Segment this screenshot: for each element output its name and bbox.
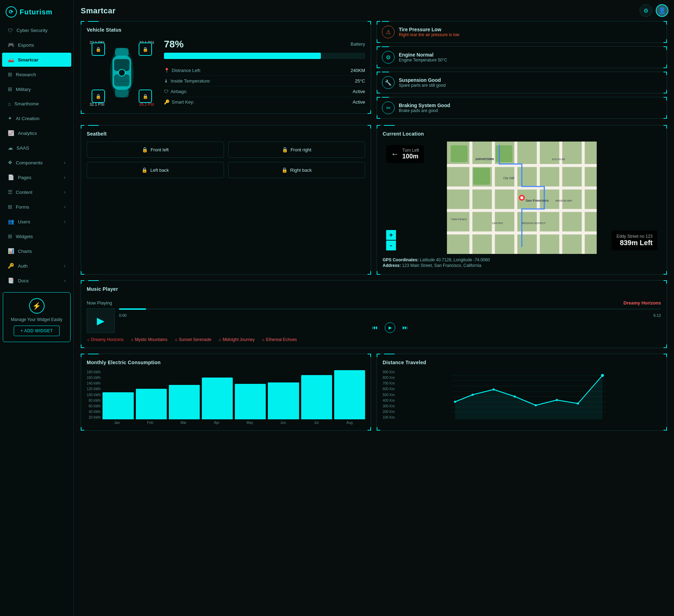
svg-text:CASTRO: CASTRO xyxy=(492,222,503,225)
music-player-card: Music Player Now Playing Dreamy Horizons… xyxy=(81,280,667,348)
page-title: Smartcar xyxy=(81,6,667,15)
svg-rect-14 xyxy=(469,142,473,254)
playlist-title: Midnight Journey xyxy=(223,337,255,342)
line-chart-svg xyxy=(397,370,661,419)
progress-fill xyxy=(119,308,146,310)
playlist-item-mystic[interactable]: ♫ Mystic Mountains xyxy=(131,337,167,342)
alert-tire-text: Tire Pressure Low Right rear tire air pr… xyxy=(399,27,460,37)
playlist-item-midnight[interactable]: ♫ Midnight Journey xyxy=(218,337,255,342)
svg-point-46 xyxy=(535,404,537,406)
sidebar-item-forms[interactable]: ⊞ Forms xyxy=(2,200,71,214)
prev-button[interactable]: ⏮ xyxy=(371,323,379,332)
playlist-title: Dreamy Horizons xyxy=(91,337,124,342)
sidebar-label: Components xyxy=(16,160,43,165)
sidebar-item-pages[interactable]: 📄 Pages xyxy=(2,170,71,184)
lock-front-left-icon: 🔒 xyxy=(142,147,148,152)
tire-front-left[interactable]: 🔒 xyxy=(92,42,105,56)
current-time: 0:00 xyxy=(119,313,126,317)
sidebar-item-auth[interactable]: 🔑 Auth xyxy=(2,259,71,273)
music-controls: 0:00 6:12 ⏮ ▶ ⏭ xyxy=(119,308,661,333)
progress-bar[interactable] xyxy=(119,308,661,310)
svg-text:MISSION DISTRICT: MISSION DISTRICT xyxy=(522,222,546,225)
lock-fr-icon: 🔒 xyxy=(143,47,148,52)
tire-rear-left[interactable]: 🔒 xyxy=(92,90,105,103)
user-avatar[interactable]: 👤 xyxy=(656,4,668,17)
seatbelt-front-right[interactable]: 🔒 Front right xyxy=(228,142,365,158)
street-name: Eddy Street no 123 xyxy=(616,234,653,239)
row-seatbelt-location: Seatbelt 🔒 Front left 🔒 Front right 🔒 Le… xyxy=(81,125,667,275)
row-charts: Monthly Electric Consumption 180 kWh 160… xyxy=(81,354,667,431)
zoom-out-button[interactable]: - xyxy=(386,241,396,250)
music-player-title: Music Player xyxy=(87,286,118,292)
seatbelt-front-left[interactable]: 🔒 Front left xyxy=(87,142,224,158)
chart-x-axis: JanFebMarAprMayJunJulAug xyxy=(101,421,365,425)
play-pause-button[interactable]: ▶ xyxy=(385,322,395,333)
svg-text:TWIN PEAKS: TWIN PEAKS xyxy=(451,218,467,221)
alert-suspension: 🔧 Suspension Good Spare parts are still … xyxy=(377,72,667,93)
airbags-value: Active xyxy=(353,89,365,94)
add-widget-button[interactable]: + ADD WIDGET xyxy=(14,326,59,336)
seatbelt-right-back[interactable]: 🔒 Right back xyxy=(228,162,365,178)
svg-text:MISSION BAY: MISSION BAY xyxy=(556,199,573,202)
playlist-item-sunset[interactable]: ♫ Sunset Serenade xyxy=(174,337,211,342)
sidebar-label: SAAS xyxy=(16,145,29,151)
sidebar-item-analytics[interactable]: 📈 Analytics xyxy=(2,126,71,140)
cloud-icon: ☁ xyxy=(8,145,13,151)
sidebar-item-components[interactable]: ❖ Components xyxy=(2,156,71,170)
tire-front-right[interactable]: 🔒 xyxy=(139,42,152,56)
temp-label: Inside Temperature: xyxy=(171,78,211,84)
sidebar-item-smartcar[interactable]: 🚗 Smartcar xyxy=(2,53,71,67)
distance-chart-area: 900 Km 800 Km 700 Km 600 Km 500 Km 400 K… xyxy=(383,370,661,419)
sidebar-item-content[interactable]: ☰ Content xyxy=(2,185,71,199)
sidebar-item-cyber-security[interactable]: 🛡 Cyber Security xyxy=(2,24,71,37)
svg-rect-21 xyxy=(473,168,490,185)
svg-point-43 xyxy=(472,394,474,396)
tire-rear-right[interactable]: 🔒 xyxy=(139,90,152,103)
sidebar-logo[interactable]: ⟳ Futurism xyxy=(0,0,73,23)
widget-promo: ⚡ Manage Your Widget Easily + ADD WIDGET xyxy=(3,292,71,342)
sidebar-item-esports[interactable]: 🎮 Esports xyxy=(2,38,71,52)
smart-key-label: Smart Key: xyxy=(172,99,194,105)
sidebar-label: Military xyxy=(16,87,31,92)
zoom-in-button[interactable]: + xyxy=(386,230,396,240)
nav-distance: 100m xyxy=(402,153,419,160)
chart-y-axis: 180 kWh 160 kWh 140 kWh 120 kWh 100 kWh … xyxy=(87,370,103,419)
playlist-item-dreamy[interactable]: ♫ Dreamy Horizons xyxy=(87,337,124,342)
sidebar-item-docs[interactable]: 📑 Docs xyxy=(2,274,71,288)
sidebar-item-ai-creation[interactable]: ✦ AI Creation xyxy=(2,111,71,125)
alert-braking: ✂ Braking System Good Brake pads are goo… xyxy=(377,97,667,119)
playlist-item-ethereal[interactable]: ♫ Ethereal Echoes xyxy=(262,337,297,342)
vehicle-status-title: Vehicle Status xyxy=(87,27,365,33)
sidebar-item-military[interactable]: ⊞ Military xyxy=(2,82,71,96)
chart-x-label: Jul xyxy=(301,421,332,425)
svg-point-47 xyxy=(556,399,558,401)
alert-suspension-desc: Spare parts are still good xyxy=(399,83,445,88)
sidebar-item-users[interactable]: 👥 Users xyxy=(2,215,71,229)
sidebar-item-research[interactable]: ⊞ Research xyxy=(2,67,71,81)
sidebar-item-charts[interactable]: 📊 Charts xyxy=(2,244,71,258)
settings-button[interactable]: ⚙ xyxy=(640,4,652,17)
alert-tire-desc: Right rear tire air pressure is low xyxy=(399,32,460,37)
stat-temp: 🌡 Inside Temperature: 25°C xyxy=(164,76,365,86)
sidebar-item-smarthome[interactable]: ⌂ Smarthome xyxy=(2,97,71,111)
chart-x-label: Aug xyxy=(334,421,365,425)
sidebar-item-saas[interactable]: ☁ SAAS xyxy=(2,141,71,155)
alert-engine-text: Engine Normal Engine Temperature 50°C xyxy=(399,52,447,63)
tire-rl-psi: 32.1 PSI xyxy=(90,102,104,106)
svg-point-49 xyxy=(601,374,604,377)
chart-bar-Feb xyxy=(136,389,167,419)
sidebar-item-widgets[interactable]: ⊞ Widgets xyxy=(2,229,71,243)
svg-text:JAPANTOWN: JAPANTOWN xyxy=(475,157,494,161)
sidebar-label: AI Creation xyxy=(16,116,40,121)
app-name: Futurism xyxy=(20,8,53,16)
note-icon: ♫ xyxy=(262,338,265,342)
current-song: Dreamy Horizons xyxy=(623,300,661,306)
airbag-icon: 🛡 xyxy=(164,89,168,94)
playlist-title: Mystic Mountains xyxy=(135,337,167,342)
next-button[interactable]: ⏭ xyxy=(401,323,409,332)
stat-airbags: 🛡 Airbags: Active xyxy=(164,86,365,97)
note-icon: ♫ xyxy=(174,338,177,342)
seatbelt-left-back[interactable]: 🔒 Left back xyxy=(87,162,224,178)
play-button[interactable]: ▶ xyxy=(87,308,115,333)
logo-icon: ⟳ xyxy=(6,6,17,18)
